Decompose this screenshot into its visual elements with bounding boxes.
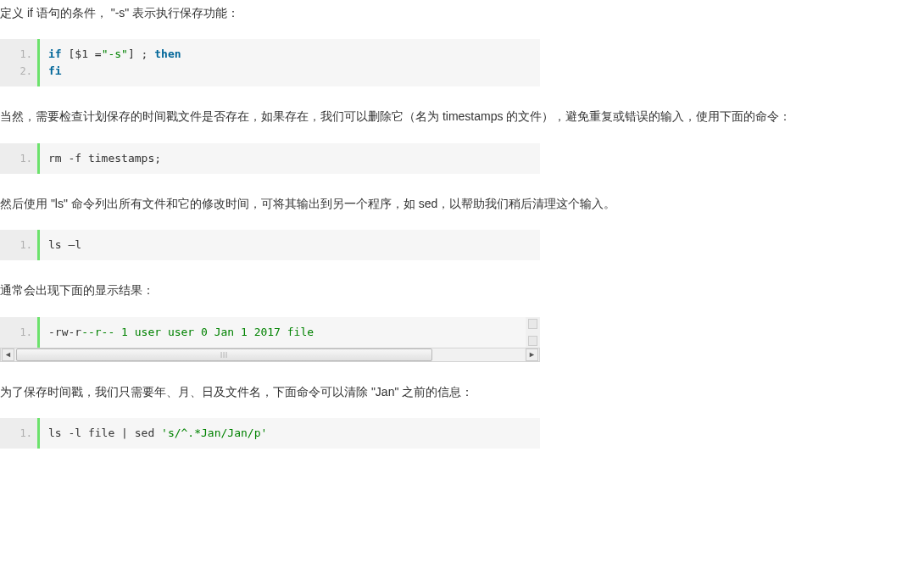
paragraph-text: 为了保存时间戳，我们只需要年、月、日及文件名，下面命令可以清除 "Jan" 之前… (0, 382, 924, 401)
scroll-right-arrow-icon[interactable]: ► (526, 348, 538, 361)
code-content: ls -l file | sed 's/^.*Jan/Jan/p' (37, 418, 276, 449)
code-block: 1. ls -l file | sed 's/^.*Jan/Jan/p' (0, 418, 540, 449)
scroll-left-arrow-icon[interactable]: ◄ (2, 348, 14, 361)
line-number-gutter: 1. (0, 418, 37, 449)
line-number: 2. (0, 63, 32, 80)
code-line: fi (48, 63, 181, 80)
code-block: 1. ls –l (0, 230, 540, 260)
scrollable-code-block: 1. -rw-r--r-- 1 user user 0 Jan 1 2017 f… (0, 317, 540, 362)
line-number-gutter: 1. (0, 317, 37, 348)
paragraph-text: 定义 if 语句的条件， "-s" 表示执行保存功能： (0, 3, 924, 22)
paragraph-text: 然后使用 "ls" 命令列出所有文件和它的修改时间，可将其输出到另一个程序，如 … (0, 194, 924, 213)
code-content: ls –l (37, 230, 90, 260)
code-content: if [$1 ="-s"] ; then fi (37, 39, 190, 86)
code-line: -rw-r--r-- 1 user user 0 Jan 1 2017 file (48, 324, 314, 341)
code-line: ls -l file | sed 's/^.*Jan/Jan/p' (48, 425, 267, 442)
line-number-gutter: 1. (0, 230, 37, 260)
line-number: 1. (0, 46, 32, 63)
code-content: -rw-r--r-- 1 user user 0 Jan 1 2017 file (37, 317, 322, 348)
paragraph-text: 当然，需要检查计划保存的时间戳文件是否存在，如果存在，我们可以删除它（名为 ti… (0, 107, 924, 125)
line-number-gutter: 1. 2. (0, 39, 37, 86)
code-block: 1. rm -f timestamps; (0, 143, 540, 174)
scrollbar-thumb[interactable] (16, 348, 432, 361)
line-number: 1. (0, 237, 32, 254)
code-line: if [$1 ="-s"] ; then (48, 46, 181, 63)
line-number: 1. (0, 150, 32, 167)
vertical-scrollbar[interactable] (526, 317, 540, 348)
line-number: 1. (0, 324, 32, 341)
code-content: rm -f timestamps; (37, 143, 170, 174)
code-line: rm -f timestamps; (48, 150, 161, 167)
scrollbar-track[interactable] (16, 348, 524, 361)
horizontal-scrollbar[interactable]: ◄ ► (0, 348, 540, 362)
code-block: 1. 2. if [$1 ="-s"] ; then fi (0, 39, 540, 86)
line-number: 1. (0, 425, 32, 442)
paragraph-text: 通常会出现下面的显示结果： (0, 281, 924, 299)
code-line: ls –l (48, 237, 81, 254)
line-number-gutter: 1. (0, 143, 37, 174)
